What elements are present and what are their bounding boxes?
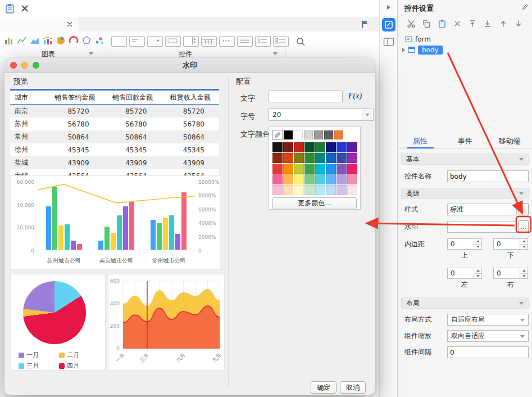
style-more-button[interactable]: … <box>519 203 529 215</box>
color-swatch[interactable] <box>326 142 336 152</box>
color-swatch[interactable] <box>283 153 293 163</box>
scatter-chart-icon[interactable] <box>94 35 105 46</box>
color-swatch[interactable] <box>315 185 325 195</box>
button-widget-icon[interactable] <box>165 36 181 47</box>
spinner-up-icon[interactable] <box>474 239 481 244</box>
color-swatch[interactable] <box>347 142 357 152</box>
color-swatch[interactable] <box>304 185 315 195</box>
color-swatch[interactable] <box>294 153 304 163</box>
paste-icon[interactable] <box>4 3 16 14</box>
color-swatch[interactable] <box>315 153 325 163</box>
area-chart-icon[interactable] <box>29 35 40 46</box>
combo-box-widget-icon[interactable] <box>147 36 163 47</box>
number-field-widget-icon[interactable] <box>219 36 235 47</box>
expander-icon[interactable] <box>402 48 405 52</box>
color-swatch[interactable] <box>272 174 283 184</box>
section-layout[interactable]: 布局 <box>401 297 529 309</box>
edit-pencil-icon[interactable] <box>522 3 529 10</box>
color-swatch[interactable] <box>272 142 283 152</box>
color-swatch[interactable] <box>337 185 347 195</box>
move-up-icon[interactable] <box>499 19 508 28</box>
legend-item[interactable]: 二月 <box>59 351 79 359</box>
flag-icon[interactable] <box>361 20 370 29</box>
formula-button[interactable]: F(x) <box>348 91 362 101</box>
dropdown-button[interactable] <box>362 110 372 120</box>
padding-top-spinner[interactable]: 0 <box>447 238 482 250</box>
style-input[interactable] <box>447 204 517 215</box>
color-swatch[interactable] <box>304 174 315 184</box>
date-picker-widget-icon[interactable] <box>201 36 217 47</box>
close-icon[interactable] <box>20 4 29 13</box>
color-swatch[interactable] <box>337 153 347 163</box>
color-swatch[interactable] <box>347 153 357 163</box>
color-swatch[interactable] <box>315 142 325 152</box>
color-swatch[interactable] <box>283 174 293 184</box>
spinner-down-icon[interactable] <box>520 273 528 279</box>
color-swatch[interactable] <box>283 142 293 152</box>
radar-chart-icon[interactable] <box>81 35 92 46</box>
padding-right-spinner[interactable]: 0 <box>493 268 528 279</box>
watermark-more-button[interactable]: … <box>519 220 529 233</box>
bar-chart-icon[interactable] <box>3 35 15 46</box>
move-to-top-icon[interactable] <box>468 19 477 28</box>
color-swatch[interactable] <box>326 174 336 184</box>
tree-item-body[interactable]: body <box>398 44 532 55</box>
zoom-button[interactable] <box>33 62 39 69</box>
tab-mobile[interactable]: 移动端 <box>487 134 532 148</box>
color-swatch[interactable] <box>337 164 347 174</box>
tab-events[interactable]: 事件 <box>443 134 488 148</box>
move-down-icon[interactable] <box>514 19 523 28</box>
color-swatch[interactable] <box>283 185 293 195</box>
pie-chart-icon[interactable] <box>55 35 66 46</box>
layout-view-icon[interactable] <box>383 37 394 47</box>
color-swatch[interactable] <box>294 185 304 195</box>
gauge-chart-icon[interactable] <box>68 35 79 46</box>
spinner-down-icon[interactable] <box>520 244 528 250</box>
cut-icon[interactable] <box>407 19 416 28</box>
color-swatch[interactable] <box>347 164 357 174</box>
ok-button[interactable]: 确定 <box>311 381 337 394</box>
color-swatch[interactable] <box>326 164 336 174</box>
font-size-select[interactable]: 20 <box>269 109 374 121</box>
cancel-button[interactable]: 取消 <box>340 381 366 394</box>
color-swatch[interactable] <box>315 164 325 174</box>
color-swatch[interactable] <box>334 130 343 139</box>
padding-bottom-spinner[interactable]: 0 <box>493 238 528 250</box>
color-swatch[interactable] <box>283 164 293 174</box>
color-swatch[interactable] <box>324 130 333 139</box>
eyedropper-button[interactable] <box>272 130 283 140</box>
color-swatch[interactable] <box>347 174 357 184</box>
tree-item-form[interactable]: form <box>398 34 532 44</box>
color-swatch[interactable] <box>304 142 315 152</box>
component-scale-select[interactable]: 双向自适应 <box>447 330 529 342</box>
radio-group-widget-icon[interactable] <box>255 36 271 47</box>
text-field-widget-icon[interactable] <box>111 36 127 47</box>
color-swatch[interactable] <box>337 174 347 184</box>
color-swatch[interactable] <box>284 130 293 139</box>
document-tab[interactable] <box>0 17 79 31</box>
layout-mode-select[interactable]: 自适应布局 <box>447 314 529 326</box>
chevron-down-icon[interactable] <box>273 52 278 55</box>
spinner-down-icon[interactable] <box>474 244 481 250</box>
more-colors-button[interactable]: 更多颜色... <box>272 197 357 209</box>
list-widget-icon[interactable] <box>237 36 253 47</box>
color-swatch[interactable] <box>304 153 315 163</box>
legend-item[interactable]: 四月 <box>59 362 79 370</box>
color-swatch[interactable] <box>294 130 303 139</box>
color-swatch[interactable] <box>337 142 347 152</box>
color-swatch[interactable] <box>272 164 283 174</box>
checkbox-group-widget-icon[interactable] <box>273 36 289 47</box>
color-swatch[interactable] <box>304 130 313 139</box>
query-search-icon[interactable] <box>295 37 306 47</box>
color-swatch[interactable] <box>272 153 283 163</box>
color-swatch[interactable] <box>294 142 304 152</box>
color-swatch[interactable] <box>294 174 304 184</box>
section-basic[interactable]: 基本 <box>401 154 529 165</box>
padding-left-spinner[interactable]: 0 <box>447 268 482 279</box>
color-swatch[interactable] <box>326 185 336 195</box>
watermark-text-input[interactable] <box>269 91 343 102</box>
color-swatch[interactable] <box>304 164 315 174</box>
tab-properties[interactable]: 属性 <box>398 134 443 148</box>
expand-panel-icon[interactable] <box>386 4 392 10</box>
legend-item[interactable]: 三月 <box>19 362 39 370</box>
